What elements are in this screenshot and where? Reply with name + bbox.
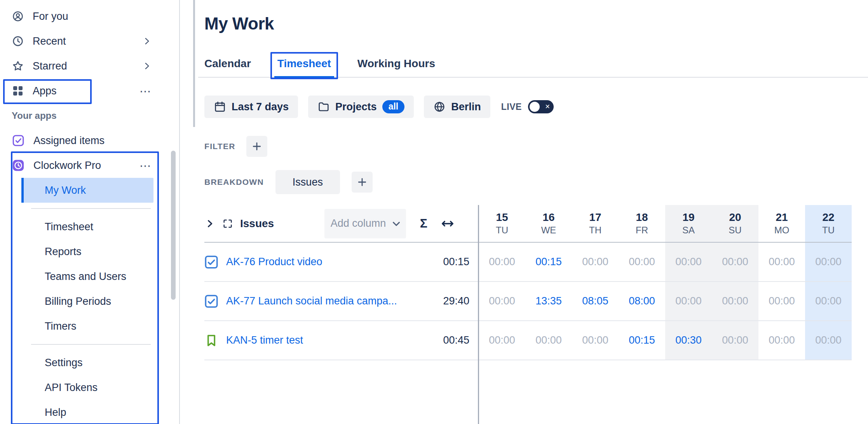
sidebar-item-clockwork-pro[interactable]: Clockwork Pro ⋯: [0, 153, 179, 178]
person-icon: [12, 10, 24, 23]
sidebar-item-reports[interactable]: Reports: [23, 239, 153, 264]
column-resize-divider[interactable]: [478, 205, 479, 424]
chip-last-7-days[interactable]: Last 7 days: [204, 96, 298, 118]
time-cell[interactable]: 00:00: [805, 282, 852, 321]
chevron-right-icon[interactable]: [142, 61, 152, 71]
day-header-17[interactable]: 17TH: [572, 205, 619, 243]
time-cell[interactable]: 08:05: [572, 282, 619, 321]
issue-link[interactable]: AK-76 Product video: [226, 256, 322, 268]
more-icon[interactable]: ⋯: [139, 159, 152, 172]
day-header-21[interactable]: 21MO: [758, 205, 805, 243]
breakdown-section: BREAKDOWN Issues: [204, 170, 868, 194]
breakdown-label: BREAKDOWN: [204, 177, 264, 187]
time-cell[interactable]: 00:00: [805, 321, 852, 360]
globe-icon: [433, 101, 446, 113]
sidebar-item-settings[interactable]: Settings: [23, 350, 153, 375]
time-cell[interactable]: 08:00: [619, 282, 665, 321]
sidebar-item-recent[interactable]: Recent: [0, 29, 179, 54]
time-cell[interactable]: 00:00: [479, 243, 525, 282]
time-cell[interactable]: 00:00: [572, 321, 619, 360]
chip-berlin[interactable]: Berlin: [424, 96, 490, 118]
sidebar-scrollbar-thumb[interactable]: [171, 151, 176, 300]
time-cell[interactable]: 00:00: [572, 243, 619, 282]
row-total: 29:40: [443, 295, 469, 307]
row-total: 00:45: [443, 334, 469, 346]
issue-link[interactable]: AK-77 Launch social media campa...: [226, 295, 397, 307]
add-filter-button[interactable]: [246, 136, 267, 157]
time-cell[interactable]: 00:00: [665, 282, 712, 321]
filter-chip-row: Last 7 daysProjectsallBerlin: [204, 96, 490, 118]
add-column-select[interactable]: Add column: [324, 209, 406, 238]
time-cell[interactable]: 00:00: [479, 321, 525, 360]
expand-all-icon[interactable]: [222, 218, 233, 229]
time-cell[interactable]: 00:00: [479, 282, 525, 321]
day-header-22[interactable]: 22TU: [805, 205, 852, 243]
chevron-right-icon[interactable]: [142, 36, 152, 46]
tab-working-hours[interactable]: Working Hours: [351, 53, 441, 77]
sum-toggle[interactable]: Σ: [420, 216, 427, 231]
chip-label: Projects: [335, 101, 377, 113]
clock-icon: [12, 35, 24, 47]
day-number: 21: [776, 211, 788, 224]
day-header-19[interactable]: 19SA: [665, 205, 712, 243]
clockwork-pro-section: Clockwork Pro ⋯ My WorkTimesheetReportsT…: [0, 153, 179, 424]
time-cell[interactable]: 00:00: [712, 321, 758, 360]
sidebar-item-for-you[interactable]: For you: [0, 4, 179, 29]
live-control: LIVE ✕: [501, 100, 554, 113]
chip-projects[interactable]: Projectsall: [308, 96, 414, 118]
sidebar-item-timesheet[interactable]: Timesheet: [23, 214, 153, 239]
sidebar-item-label: Assigned items: [33, 135, 105, 147]
resize-columns-icon[interactable]: [440, 216, 455, 231]
sidebar-item-assigned-items[interactable]: Assigned items: [0, 128, 179, 153]
issue-row: AK-76 Product video00:15: [204, 243, 479, 282]
chip-label: Berlin: [451, 101, 481, 113]
breakdown-issues-button[interactable]: Issues: [275, 170, 340, 194]
issue-link[interactable]: KAN-5 timer test: [226, 334, 303, 346]
live-toggle[interactable]: ✕: [528, 100, 554, 113]
day-header-20[interactable]: 20SU: [712, 205, 758, 243]
toggle-knob-icon: [530, 102, 540, 112]
time-cell[interactable]: 00:00: [712, 243, 758, 282]
sidebar-item-label: Clockwork Pro: [33, 160, 101, 172]
day-header-18[interactable]: 18FR: [619, 205, 665, 243]
day-of-week: SA: [682, 225, 695, 236]
time-cell[interactable]: 00:00: [525, 321, 572, 360]
add-column-placeholder: Add column: [331, 217, 388, 230]
divider: [31, 208, 151, 209]
time-cell[interactable]: 00:15: [525, 243, 572, 282]
clockwork-submenu: My WorkTimesheetReportsTeams and UsersBi…: [0, 178, 179, 424]
time-cell[interactable]: 00:00: [758, 321, 805, 360]
add-breakdown-button[interactable]: [352, 172, 373, 193]
day-header-15[interactable]: 15TU: [479, 205, 525, 243]
sidebar-item-starred[interactable]: Starred: [0, 54, 179, 78]
sidebar: For youRecentStarredApps⋯ Your apps Assi…: [0, 0, 180, 424]
timesheet-header-left: Issues Add column Σ: [204, 205, 479, 243]
more-icon[interactable]: ⋯: [139, 84, 152, 98]
time-cell[interactable]: 13:35: [525, 282, 572, 321]
chip-label: Last 7 days: [232, 101, 289, 113]
sidebar-item-billing-periods[interactable]: Billing Periods: [23, 289, 153, 314]
chevron-expand-icon[interactable]: [204, 218, 215, 229]
sidebar-item-my-work[interactable]: My Work: [23, 178, 153, 203]
day-of-week: WE: [541, 225, 556, 236]
time-cell[interactable]: 00:00: [619, 243, 665, 282]
time-cell[interactable]: 00:30: [665, 321, 712, 360]
time-cell[interactable]: 00:15: [619, 321, 665, 360]
sidebar-item-help[interactable]: Help: [23, 400, 153, 424]
time-cell[interactable]: 00:00: [805, 243, 852, 282]
day-header-16[interactable]: 16WE: [525, 205, 572, 243]
sidebar-item-api-tokens[interactable]: API Tokens: [23, 375, 153, 400]
time-cell[interactable]: 00:00: [758, 243, 805, 282]
time-cell[interactable]: 00:00: [712, 282, 758, 321]
sidebar-item-teams-and-users[interactable]: Teams and Users: [23, 264, 153, 289]
time-cell[interactable]: 00:00: [665, 243, 712, 282]
sidebar-item-label: Apps: [33, 85, 57, 97]
star-icon: [12, 60, 24, 72]
tab-timesheet[interactable]: Timesheet: [271, 53, 337, 77]
sidebar-item-timers[interactable]: Timers: [23, 314, 153, 339]
tab-calendar[interactable]: Calendar: [198, 53, 257, 77]
sidebar-item-apps[interactable]: Apps⋯: [0, 78, 179, 103]
main-content: My Work CalendarTimesheetWorking Hours L…: [180, 0, 868, 424]
time-cell[interactable]: 00:00: [758, 282, 805, 321]
tab-bar: CalendarTimesheetWorking Hours: [198, 53, 868, 78]
